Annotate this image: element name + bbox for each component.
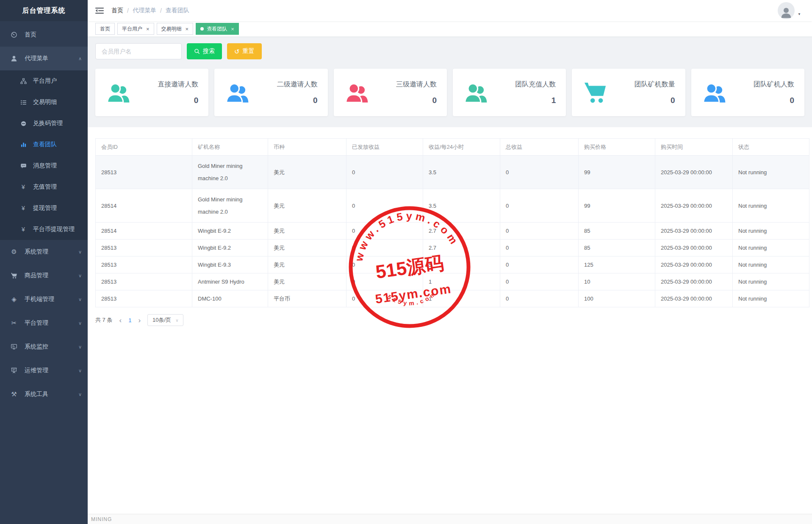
header-cell: 总收益 [500,139,579,156]
breadcrumb-item[interactable]: 代理菜单 [133,7,156,14]
table-cell: Not running [733,156,809,189]
table-cell: 28514 [96,189,192,223]
tab-label: 平台用户 [122,25,142,33]
page-size-select[interactable]: 10条/页 ∨ [147,314,183,326]
table-cell: 85 [579,240,655,256]
table-cell: Gold Miner mining machine 2.0 [192,189,268,223]
sidebar-item-platform-coin-withdraw-management[interactable]: ¥ 平台币提现管理 [0,219,88,240]
member-username-input[interactable] [95,43,182,59]
table-cell: 美元 [268,256,346,273]
table-cell: 0 [500,290,579,307]
sidebar-item-label: 提现管理 [33,204,57,212]
table-cell: 2025-03-29 00:00:00 [655,273,733,290]
sidebar-item-label: 手机端管理 [25,295,54,303]
table-cell: 美元 [268,273,346,290]
sidebar-item-recharge-management[interactable]: ¥ 充值管理 [0,176,88,198]
sidebar-item-system-tools[interactable]: ⚒ 系统工具 ∨ [0,382,88,406]
table-cell: 2025-03-29 00:00:00 [655,256,733,273]
avatar[interactable] [778,2,795,19]
stat-card-direct-invites: 直接邀请人数 0 [95,69,208,116]
table-cell: 2.7 [423,223,500,240]
sidebar-item-goods-management[interactable]: 商品管理 ∨ [0,264,88,287]
page-number[interactable]: 1 [128,317,131,323]
tab-platform-users[interactable]: 平台用户 × [117,23,154,35]
sidebar-item-platform-management[interactable]: ✂ 平台管理 ∨ [0,311,88,335]
tab-transaction-details[interactable]: 交易明细 × [157,23,194,35]
table-cell: 0 [346,273,423,290]
bar-chart-icon [19,142,28,148]
stat-card-team-miner-count: 团队矿机数量 0 [572,69,685,116]
close-icon[interactable]: × [186,26,189,32]
table-cell: 28513 [96,256,192,273]
table-cell: 0 [346,290,423,307]
table-cell: 3.5 [423,156,500,189]
stat-value: 0 [396,96,437,105]
sidebar-item-transaction-details[interactable]: 交易明细 [0,92,88,113]
reset-button[interactable]: ↺ 重置 [227,43,262,59]
active-tab-dot-icon [200,27,204,31]
users-icon [106,81,131,104]
breadcrumb-item[interactable]: 首页 [111,7,123,14]
sidebar-item-label: 系统工具 [25,390,48,398]
table-cell: 2025-03-29 00:00:00 [655,240,733,256]
stat-label: 三级邀请人数 [396,80,437,89]
sidebar-item-agent-menu[interactable]: 代理菜单 ∧ [0,47,88,70]
sidebar-item-label: 运维管理 [25,367,48,374]
table-cell: 0 [346,240,423,256]
yen-icon: ¥ [19,226,28,233]
breadcrumb-item: 查看团队 [166,7,189,14]
sidebar-item-label: 平台币提现管理 [33,226,75,233]
close-icon[interactable]: × [231,26,234,32]
table-cell: 0 [346,156,423,189]
sidebar-item-withdraw-management[interactable]: ¥ 提现管理 [0,198,88,219]
navbar-right: ▼ [778,2,801,19]
table-row: 28513 Wingbit E-9.3 美元 0 5 0 125 2025-03… [96,256,809,273]
search-button-label: 搜索 [203,47,215,55]
caret-down-icon[interactable]: ▼ [798,12,801,16]
sidebar-item-system-monitor[interactable]: 系统监控 ∨ [0,335,88,359]
sidebar-item-message-management[interactable]: 消息管理 [0,155,88,176]
chevron-down-icon: ∨ [78,344,82,350]
tags-view-bar: 首页 平台用户 × 交易明细 × 查看团队 × [88,21,812,36]
tab-home[interactable]: 首页 [95,23,115,35]
table-cell: Not running [733,273,809,290]
sidebar-item-mobile-management[interactable]: ◈ 手机端管理 ∨ [0,287,88,311]
next-page-icon[interactable]: › [138,317,141,324]
users-icon [702,81,727,104]
table-cell: 0 [500,256,579,273]
sidebar-item-platform-users[interactable]: 平台用户 [0,70,88,92]
table-cell: 0 [500,189,579,223]
table-row: 28514 Wingbit E-9.2 美元 0 2.7 0 85 2025-0… [96,223,809,240]
sidebar-item-label: 首页 [25,31,36,39]
chevron-down-icon: ∨ [78,392,82,397]
search-button[interactable]: 搜索 [187,43,222,59]
admin-app: 后台管理系统 首页 代理菜单 ∧ 平台用户 交易明细 [0,0,812,524]
sidebar-toggle-icon[interactable] [95,7,104,14]
table-cell: Not running [733,290,809,307]
table-cell: Antminer S9 Hydro [192,273,268,290]
header-cell: 收益/每24小时 [423,139,500,156]
tab-view-team[interactable]: 查看团队 × [196,23,239,35]
table-cell: 1 [423,290,500,307]
table-cell: Not running [733,223,809,240]
monitor-icon [9,343,19,350]
table-cell: Not running [733,189,809,223]
user-icon [9,55,19,62]
table-cell: 0 [500,156,579,189]
tab-label: 首页 [100,25,110,33]
search-row: 搜索 ↺ 重置 [95,43,804,59]
sidebar-item-redeem-code-management[interactable]: 兑换码管理 [0,113,88,134]
cart-icon [9,272,19,279]
close-icon[interactable]: × [146,26,150,32]
table-cell: 28513 [96,273,192,290]
sidebar-item-home[interactable]: 首页 [0,23,88,47]
sidebar-item-label: 平台用户 [33,77,57,85]
sidebar-item-system-management[interactable]: ⚙ 系统管理 ∨ [0,240,88,264]
list-icon [19,99,28,106]
table-row: 28513 DMC-100 平台币 0 1 0 100 2025-03-29 0… [96,290,809,307]
sidebar-item-label: 充值管理 [33,183,57,191]
prev-page-icon[interactable]: ‹ [119,317,122,324]
sidebar-item-view-team[interactable]: 查看团队 [0,134,88,155]
page-size-label: 10条/页 [152,316,171,324]
sidebar-item-ops-management[interactable]: 运维管理 ∨ [0,359,88,382]
